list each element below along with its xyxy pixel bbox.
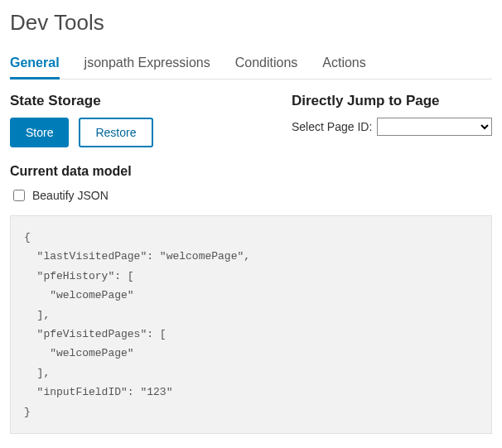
beautify-json-label: Beautify JSON — [32, 189, 109, 202]
restore-button[interactable]: Restore — [79, 118, 152, 147]
tab-bar: General jsonpath Expressions Conditions … — [10, 51, 492, 79]
beautify-json-row[interactable]: Beautify JSON — [10, 187, 492, 204]
tab-general[interactable]: General — [10, 51, 60, 79]
tab-actions[interactable]: Actions — [322, 51, 365, 79]
page-title: Dev Tools — [10, 10, 492, 36]
tab-jsonpath-expressions[interactable]: jsonpath Expressions — [84, 51, 210, 79]
current-data-model-heading: Current data model — [10, 164, 492, 179]
beautify-json-checkbox[interactable] — [13, 190, 25, 201]
select-page-id-label: Select Page ID: — [292, 120, 372, 133]
select-page-id-dropdown[interactable] — [377, 118, 492, 136]
tab-conditions[interactable]: Conditions — [235, 51, 298, 79]
state-storage-heading: State Storage — [10, 93, 275, 109]
jump-heading: Directly Jump to Page — [292, 93, 492, 109]
store-button[interactable]: Store — [10, 118, 69, 147]
data-model-json: { "lastVisitedPage": "welcomePage", "pfe… — [10, 215, 492, 434]
